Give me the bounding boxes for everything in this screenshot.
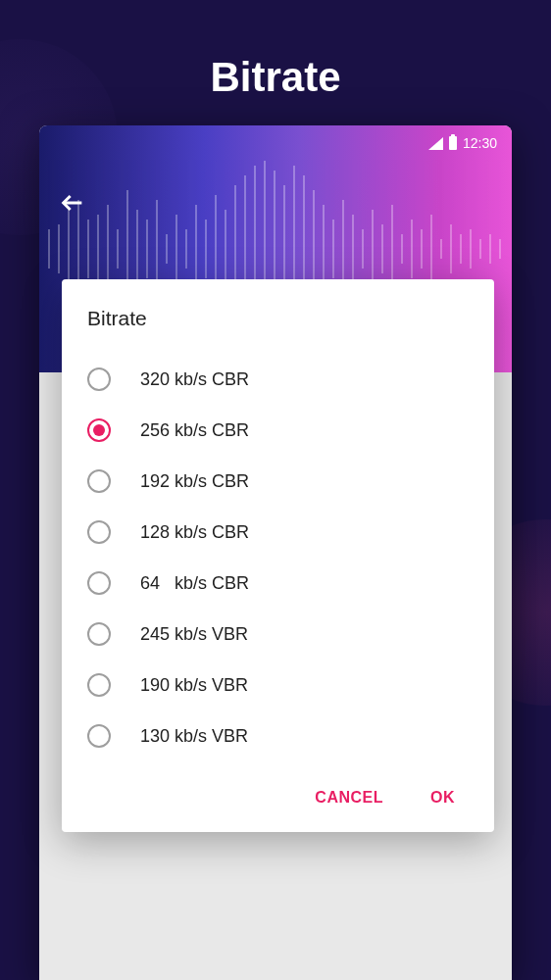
radio-button-icon bbox=[87, 469, 111, 493]
bitrate-option[interactable]: 245 kb/s VBR bbox=[83, 609, 473, 660]
bitrate-option-label: 130 kb/s VBR bbox=[140, 726, 248, 747]
bitrate-option-label: 192 kb/s CBR bbox=[140, 471, 249, 492]
radio-button-icon bbox=[87, 724, 111, 748]
bitrate-option-label: 245 kb/s VBR bbox=[140, 624, 248, 645]
battery-icon bbox=[449, 136, 457, 150]
bitrate-option[interactable]: 130 kb/s VBR bbox=[83, 710, 473, 761]
bitrate-option[interactable]: 128 kb/s CBR bbox=[83, 507, 473, 558]
bitrate-options-list: 320 kb/s CBR256 kb/s CBR192 kb/s CBR128 … bbox=[83, 354, 473, 761]
bitrate-option[interactable]: 192 kb/s CBR bbox=[83, 456, 473, 507]
signal-icon bbox=[428, 137, 443, 150]
radio-button-icon bbox=[87, 571, 111, 595]
dialog-title: Bitrate bbox=[83, 307, 473, 330]
cancel-button[interactable]: CANCEL bbox=[311, 781, 387, 814]
dialog-actions: CANCEL OK bbox=[83, 781, 473, 814]
bitrate-option[interactable]: 320 kb/s CBR bbox=[83, 354, 473, 405]
status-time: 12:30 bbox=[463, 135, 497, 151]
radio-button-icon bbox=[87, 368, 111, 391]
radio-button-icon bbox=[87, 622, 111, 646]
back-button[interactable] bbox=[59, 189, 86, 223]
bitrate-option-label: 64 kb/s CBR bbox=[140, 573, 249, 594]
ok-button[interactable]: OK bbox=[426, 781, 459, 814]
bitrate-option-label: 256 kb/s CBR bbox=[140, 420, 249, 441]
radio-button-icon bbox=[87, 520, 111, 544]
bitrate-option-label: 190 kb/s VBR bbox=[140, 675, 248, 696]
radio-button-icon bbox=[87, 418, 111, 442]
page-title: Bitrate bbox=[0, 54, 551, 101]
bitrate-option[interactable]: 64 kb/s CBR bbox=[83, 558, 473, 609]
status-bar: 12:30 bbox=[428, 135, 497, 151]
bitrate-option-label: 320 kb/s CBR bbox=[140, 369, 249, 390]
bitrate-option-label: 128 kb/s CBR bbox=[140, 522, 249, 543]
bitrate-option[interactable]: 256 kb/s CBR bbox=[83, 405, 473, 456]
radio-button-icon bbox=[87, 673, 111, 697]
bitrate-option[interactable]: 190 kb/s VBR bbox=[83, 660, 473, 710]
bitrate-dialog: Bitrate 320 kb/s CBR256 kb/s CBR192 kb/s… bbox=[62, 279, 494, 832]
